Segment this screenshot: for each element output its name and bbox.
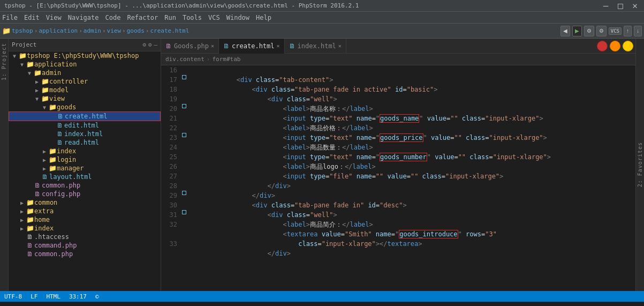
breadcrumb-file[interactable]: create.html — [150, 27, 189, 34]
editor-breadcrumb-formtab[interactable]: form#tab — [212, 56, 240, 63]
menu-edit[interactable]: Edit — [24, 14, 40, 21]
tree-item-index-root[interactable]: ▶ 📁 index — [9, 224, 161, 233]
vcs-up-button[interactable]: ↑ — [624, 26, 632, 36]
tree-label-tpshop: tpshop E:\phpStudy\WWW\tpshop — [27, 52, 139, 59]
menu-help[interactable]: Help — [256, 14, 271, 21]
debug-button[interactable]: ⚙ — [584, 26, 594, 36]
tab-goods-php[interactable]: 🗎 Goods.php ✕ — [161, 39, 219, 54]
breadcrumb-root[interactable]: tpshop — [12, 27, 33, 34]
tab-icon-index: 🗎 — [289, 42, 296, 50]
breadcrumb-admin[interactable]: admin — [84, 27, 101, 34]
tab-create-html[interactable]: 🗎 create.html ✕ — [219, 39, 285, 54]
plugin-btn-yellow[interactable] — [623, 41, 633, 51]
file-html-icon: 🗎 — [56, 122, 64, 129]
tree-item-extra[interactable]: ▶ 📁 extra — [9, 207, 161, 215]
tree-arrow: ▼ — [41, 105, 48, 110]
tree-arrow: ▶ — [41, 157, 48, 163]
file-php-icon: 🗎 — [26, 242, 34, 249]
tree-label-common-php-admin: common.php — [42, 182, 80, 189]
breadcrumb-icon: 📁 — [2, 27, 11, 35]
tab-icon-goods: 🗎 — [165, 42, 172, 50]
menu-vcs[interactable]: VCS — [208, 14, 220, 21]
tree-item-config-php[interactable]: 🗎 config.php — [9, 190, 161, 198]
tab-close-create-html[interactable]: ✕ — [277, 43, 280, 49]
tree-arrow: ▼ — [18, 62, 26, 68]
menu-tools[interactable]: Tools — [183, 14, 202, 21]
menu-file[interactable]: File — [2, 14, 18, 21]
back-button[interactable]: ◀ — [560, 26, 570, 36]
line-num-27: 27 — [161, 171, 177, 181]
tree-item-layout-html[interactable]: 🗎 layout.html — [9, 173, 161, 181]
run-button[interactable]: ▶ — [572, 26, 582, 36]
menu-navigate[interactable]: Navigate — [68, 14, 99, 21]
menu-view[interactable]: View — [46, 14, 62, 21]
line-num-28: 28 — [161, 181, 177, 191]
tree-item-tpshop[interactable]: ▼ 📁 tpshop E:\phpStudy\WWW\tpshop — [9, 51, 161, 60]
tree-item-command-php[interactable]: 🗎 command.php — [9, 241, 161, 250]
tree-label-config-php: config.php — [42, 190, 80, 198]
gutter-marker-30 — [182, 210, 186, 214]
breadcrumb-view[interactable]: view — [107, 27, 122, 34]
tree-item-common-php-root[interactable]: 🗎 common.php — [9, 250, 161, 258]
folder-icon: 📁 — [33, 69, 42, 77]
sidebar-close-icon[interactable]: — — [154, 41, 157, 48]
file-php-icon: 🗎 — [33, 182, 42, 189]
breadcrumb: 📁 tpshop › application › admin › view › … — [2, 27, 558, 35]
sidebar-gear-icon[interactable]: ⚙ — [148, 41, 152, 48]
tree-item-goods[interactable]: ▼ 📁 goods — [9, 103, 161, 111]
tree-item-application[interactable]: ▼ 📁 application — [9, 60, 161, 69]
tree-item-home[interactable]: ▶ 📁 home — [9, 215, 161, 224]
window-controls[interactable]: — □ ✕ — [603, 1, 640, 11]
vcs-down-button[interactable]: ↓ — [634, 26, 642, 36]
tree-item-index-folder[interactable]: ▶ 📁 index — [9, 147, 161, 155]
tree-item-view[interactable]: ▼ 📁 view — [9, 94, 161, 103]
tree-item-controller[interactable]: ▶ 📁 controller — [9, 77, 161, 86]
folder-icon: 📁 — [41, 86, 49, 94]
tree-arrow: ▶ — [41, 148, 48, 154]
project-label: 1: Project — [1, 43, 7, 80]
line-num-30: 30 — [161, 200, 177, 210]
menu-window[interactable]: Window — [226, 14, 249, 21]
plugin-btn-orange[interactable] — [610, 41, 620, 51]
vcs-badge: VCS — [609, 27, 622, 35]
tree-item-read-html[interactable]: 🗎 read.html — [9, 138, 161, 147]
menu-code[interactable]: Code — [105, 14, 121, 21]
tab-close-goods-php[interactable]: ✕ — [211, 43, 214, 49]
favorites-panel[interactable]: 2: Favorites — [635, 39, 644, 291]
breadcrumb-application[interactable]: application — [39, 27, 78, 34]
tree-item-model[interactable]: ▶ 📁 model — [9, 86, 161, 94]
project-side-panel[interactable]: 1: Project — [0, 39, 9, 291]
tab-label-create-html: create.html — [232, 42, 274, 50]
file-html-icon: 🗎 — [56, 113, 65, 120]
sidebar-settings-icon[interactable]: ⚙ — [142, 41, 146, 48]
folder-icon: 📁 — [18, 52, 27, 59]
tree-item-index-html-goods[interactable]: 🗎 index.html — [9, 130, 161, 138]
file-html-icon: 🗎 — [41, 173, 49, 181]
gutter-marker-28 — [182, 191, 186, 195]
breadcrumb-goods[interactable]: goods — [127, 27, 145, 34]
tab-index-html[interactable]: 🗎 index.html ✕ — [285, 39, 346, 54]
line-num-22: 22 — [161, 123, 177, 133]
menu-run[interactable]: Run — [164, 14, 176, 21]
plugin-btn-red[interactable] — [597, 41, 608, 51]
menu-refactor[interactable]: Refactor — [127, 14, 158, 21]
tree-arrow: ▶ — [33, 79, 41, 85]
editor-content[interactable]: 16 17 18 19 20 21 22 23 24 25 26 27 28 2… — [161, 65, 635, 291]
tree-item-htaccess[interactable]: 🗎 .htaccess — [9, 233, 161, 241]
tree-item-manager[interactable]: ▶ 📁 manager — [9, 164, 161, 173]
tree-label-common-folder: common — [34, 199, 57, 206]
editor-breadcrumb-divcontent[interactable]: div.content — [165, 56, 204, 63]
line-num-23: 23 — [161, 133, 177, 143]
tree-item-admin[interactable]: ▼ 📁 admin — [9, 69, 161, 77]
folder-icon: 📁 — [48, 103, 57, 111]
build-button[interactable]: ⚙ — [596, 26, 607, 36]
tree-label-goods: goods — [57, 103, 76, 111]
tab-close-index-html[interactable]: ✕ — [338, 43, 342, 49]
tree-item-edit-html[interactable]: 🗎 edit.html — [9, 121, 161, 130]
file-icon: 🗎 — [26, 233, 34, 241]
tree-item-common-folder[interactable]: ▶ 📁 common — [9, 198, 161, 207]
tree-item-create-html[interactable]: 🗎 create.html — [9, 111, 161, 121]
folder-icon: 📁 — [48, 156, 57, 163]
tree-item-login[interactable]: ▶ 📁 login — [9, 155, 161, 164]
tree-item-common-php[interactable]: 🗎 common.php — [9, 181, 161, 190]
